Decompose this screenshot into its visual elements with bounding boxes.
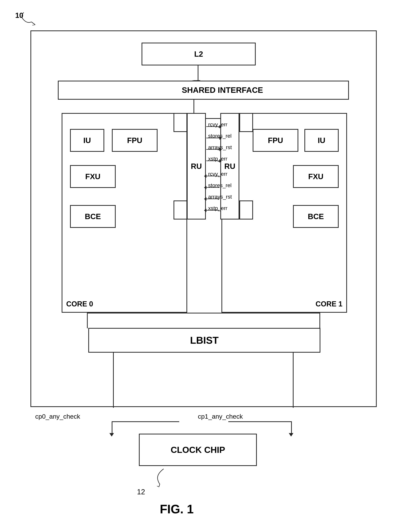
shared-interface-box: SHARED INTERFACE <box>58 81 349 100</box>
core0-box: CORE 0 IU FPU FXU BCE <box>62 113 187 313</box>
svg-line-0 <box>31 22 35 25</box>
signal-rcvy-err-left-label: rcvy_err <box>208 171 227 177</box>
signal-arrays-rst-right-label: arrays_rst <box>208 144 232 151</box>
cp0-arrow-line <box>112 421 113 434</box>
signal-stores-rel-left-label: stores_rel <box>208 182 231 189</box>
signal-stores-rel-right-label: stores_rel <box>208 133 231 139</box>
cp1-arrowhead <box>289 433 293 437</box>
l2-box: L2 <box>142 43 256 66</box>
core1-bce: BCE <box>293 205 339 228</box>
ref-arrow-icon <box>18 10 37 26</box>
cp1-label: cp1_any_check <box>198 413 243 420</box>
signal-xstp-err-left-label: xstp_err <box>208 205 227 211</box>
ru0-bot-tab <box>173 200 187 219</box>
fig-label: FIG. 1 <box>160 502 194 516</box>
clock-chip-box: CLOCK CHIP <box>139 434 257 466</box>
cp1-arrow-line <box>291 421 292 434</box>
core1-fpu: FPU <box>253 129 298 152</box>
cp0-arrowhead <box>109 433 114 437</box>
lbist-top-hline <box>87 313 320 314</box>
cp0-horiz-line <box>112 421 179 422</box>
outer-chip: L2 SHARED INTERFACE CORE 0 IU FPU FXU BC… <box>30 30 377 407</box>
cp0-down-line <box>113 353 114 408</box>
lbist-box: LBIST <box>88 328 320 353</box>
bottom-ref-arrow <box>148 467 186 490</box>
cp1-horiz-line <box>228 421 292 422</box>
svg-line-2 <box>159 484 160 487</box>
cp0-label: cp0_any_check <box>35 413 80 420</box>
signal-arrays-rst-left-label: arrays_rst <box>208 194 232 200</box>
core0-lbist-line <box>87 313 88 328</box>
bottom-ref-label: 12 <box>137 488 145 496</box>
l2-down-arrow <box>198 66 199 81</box>
ru0-box: RU <box>187 113 206 219</box>
core1-label: CORE 1 <box>316 300 343 308</box>
ru1-top-tab <box>239 113 253 132</box>
core1-fxu: FXU <box>293 165 339 188</box>
core0-label: CORE 0 <box>66 300 93 308</box>
ru1-bot-tab <box>239 200 253 219</box>
core1-iu: IU <box>305 129 339 152</box>
core1-lbist-line <box>319 313 320 328</box>
signal-xstp-err-right-label: xstp_err <box>208 156 227 162</box>
signal-rcvy-err-right-label: rcvy_err <box>208 122 227 128</box>
ru1-box: RU <box>220 113 239 219</box>
page: 10 L2 SHARED INTERFACE CORE 0 IU <box>0 0 410 532</box>
svg-line-1 <box>32 25 35 25</box>
svg-line-3 <box>157 486 159 487</box>
core0-bce: BCE <box>70 205 116 228</box>
ru0-top-tab <box>173 113 187 132</box>
core0-fpu: FPU <box>112 129 158 152</box>
core0-iu: IU <box>70 129 104 152</box>
cp1-down-line <box>293 353 294 408</box>
shared-interface-label: SHARED INTERFACE <box>182 86 263 95</box>
core0-fxu: FXU <box>70 165 116 188</box>
